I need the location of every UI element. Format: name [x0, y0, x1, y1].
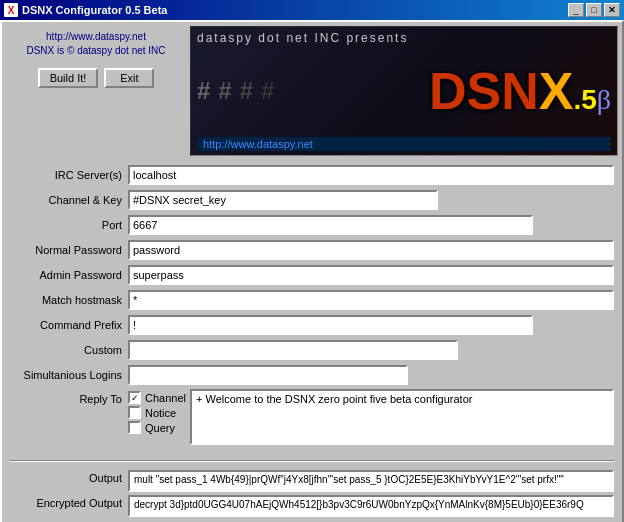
- maximize-button[interactable]: □: [586, 3, 602, 17]
- hash2: #: [218, 77, 231, 105]
- admin-password-label: Admin Password: [10, 269, 128, 281]
- port-row: Port: [10, 214, 614, 236]
- output-row: Output mult "set pass_1 4Wb{49}|prQWf"j4…: [10, 470, 614, 492]
- output-area: Output mult "set pass_1 4Wb{49}|prQWf"j4…: [2, 466, 622, 522]
- normal-password-row: Normal Password: [10, 239, 614, 261]
- port-input[interactable]: [128, 215, 533, 235]
- dsnx-x-text: X: [539, 61, 574, 121]
- window-title: DSNX Configurator 0.5 Beta: [22, 4, 568, 16]
- reply-query-row[interactable]: Query: [128, 421, 186, 434]
- minimize-button[interactable]: _: [568, 3, 584, 17]
- reply-channel-row[interactable]: ✓ Channel: [128, 391, 186, 404]
- reply-notice-row[interactable]: Notice: [128, 406, 186, 419]
- custom-label: Custom: [10, 344, 128, 356]
- irc-servers-label: IRC Server(s): [10, 169, 128, 181]
- simultanious-logins-input[interactable]: [128, 365, 408, 385]
- header-left: http://www.dataspy.net DSNX is © dataspy…: [6, 26, 186, 156]
- channel-checkbox[interactable]: ✓: [128, 391, 141, 404]
- admin-password-input[interactable]: [128, 265, 614, 285]
- simultanious-logins-row: Simultanious Logins: [10, 364, 614, 386]
- match-hostmask-row: Match hostmask: [10, 289, 614, 311]
- notice-checkbox-label: Notice: [145, 407, 176, 419]
- output-label: Output: [10, 470, 128, 484]
- window-controls: _ □ ✕: [568, 3, 620, 17]
- divider: [10, 460, 614, 462]
- output-value: mult "set pass_1 4Wb{49}|prQWf"j4Yx8[jfh…: [128, 470, 614, 492]
- build-button[interactable]: Build It!: [38, 68, 99, 88]
- command-prefix-row: Command Prefix: [10, 314, 614, 336]
- query-checkbox-label: Query: [145, 422, 175, 434]
- notice-checkbox[interactable]: [128, 406, 141, 419]
- banner-url-text: http://www.dataspy.net: [203, 138, 313, 150]
- banner-hash-group: # # # #: [197, 77, 274, 105]
- header-links: http://www.dataspy.net DSNX is © dataspy…: [26, 30, 165, 58]
- header-buttons: Build It! Exit: [38, 68, 155, 88]
- exit-button[interactable]: Exit: [104, 68, 154, 88]
- dsnx-logo-text: DSN: [429, 61, 539, 121]
- admin-password-row: Admin Password: [10, 264, 614, 286]
- site-link1: http://www.dataspy.net: [26, 30, 165, 44]
- port-label: Port: [10, 219, 128, 231]
- encrypted-output-label: Encrypted Output: [10, 495, 128, 509]
- main-window: http://www.dataspy.net DSNX is © dataspy…: [0, 20, 624, 522]
- match-hostmask-label: Match hostmask: [10, 294, 128, 306]
- reply-to-label: Reply To: [10, 389, 128, 405]
- banner-background: dataspy dot net INC presents # # # # DSN…: [191, 27, 617, 155]
- encrypted-output-value: decrypt 3d}ptd0UGG4U07hAEjQWh4512[}b3pv3…: [128, 495, 614, 517]
- hash1: #: [197, 77, 210, 105]
- reply-to-row: Reply To ✓ Channel Notice Query: [10, 389, 614, 449]
- banner-tagline: dataspy dot net INC presents: [197, 31, 611, 45]
- site-link2: DSNX is © dataspy dot net INC: [26, 44, 165, 58]
- command-prefix-label: Command Prefix: [10, 319, 128, 331]
- custom-row: Custom: [10, 339, 614, 361]
- simultanious-logins-label: Simultanious Logins: [10, 369, 128, 381]
- command-prefix-input[interactable]: [128, 315, 533, 335]
- hash4: #: [261, 77, 274, 105]
- channel-key-row: Channel & Key: [10, 189, 614, 211]
- title-bar: X DSNX Configurator 0.5 Beta _ □ ✕: [0, 0, 624, 20]
- normal-password-label: Normal Password: [10, 244, 128, 256]
- channel-key-label: Channel & Key: [10, 194, 128, 206]
- hash3: #: [240, 77, 253, 105]
- close-button[interactable]: ✕: [604, 3, 620, 17]
- form-area: IRC Server(s) Channel & Key Port Normal …: [2, 160, 622, 456]
- banner-logo-group: DSN X .5 β: [282, 61, 611, 121]
- reply-checkboxes: ✓ Channel Notice Query: [128, 389, 186, 445]
- banner-middle: # # # # DSN X .5 β: [197, 61, 611, 121]
- reply-message-box: + Welcome to the DSNX zero point five be…: [190, 389, 614, 445]
- query-checkbox[interactable]: [128, 421, 141, 434]
- app-icon: X: [4, 3, 18, 17]
- banner-version-text: .5: [573, 84, 596, 116]
- irc-servers-row: IRC Server(s): [10, 164, 614, 186]
- banner-beta-text: β: [597, 84, 611, 116]
- header-area: http://www.dataspy.net DSNX is © dataspy…: [2, 22, 622, 160]
- match-hostmask-input[interactable]: [128, 290, 614, 310]
- banner-url-box: http://www.dataspy.net: [197, 137, 611, 151]
- channel-checkbox-label: Channel: [145, 392, 186, 404]
- header-banner: dataspy dot net INC presents # # # # DSN…: [190, 26, 618, 156]
- irc-servers-input[interactable]: [128, 165, 614, 185]
- normal-password-input[interactable]: [128, 240, 614, 260]
- channel-key-input[interactable]: [128, 190, 438, 210]
- custom-input[interactable]: [128, 340, 458, 360]
- encrypted-output-row: Encrypted Output decrypt 3d}ptd0UGG4U07h…: [10, 495, 614, 517]
- reply-to-content: ✓ Channel Notice Query + Welcome to the …: [128, 389, 614, 445]
